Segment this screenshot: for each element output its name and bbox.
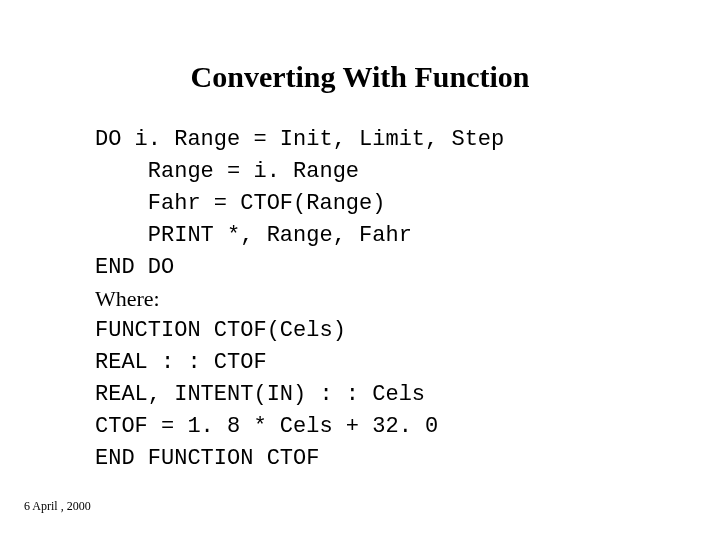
slide-content: DO i. Range = Init, Limit, Step Range = … [95, 124, 720, 475]
code-line: REAL, INTENT(IN) : : Cels [95, 379, 720, 411]
code-line: PRINT *, Range, Fahr [95, 220, 720, 252]
code-line: END DO [95, 252, 720, 284]
code-line: Range = i. Range [95, 156, 720, 188]
code-line: END FUNCTION CTOF [95, 443, 720, 475]
code-line: FUNCTION CTOF(Cels) [95, 315, 720, 347]
footer-date: 6 April , 2000 [24, 499, 91, 514]
page-title: Converting With Function [0, 60, 720, 94]
where-label: Where: [95, 283, 720, 315]
code-line: REAL : : CTOF [95, 347, 720, 379]
code-line: Fahr = CTOF(Range) [95, 188, 720, 220]
code-line: DO i. Range = Init, Limit, Step [95, 124, 720, 156]
code-line: CTOF = 1. 8 * Cels + 32. 0 [95, 411, 720, 443]
